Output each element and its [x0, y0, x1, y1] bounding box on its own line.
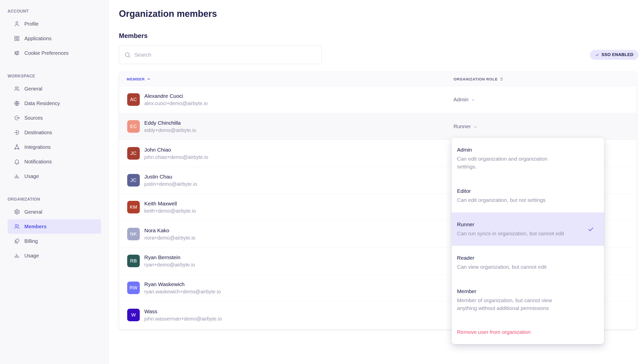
role-option-runner[interactable]: RunnerCan run syncs in organization, but…	[452, 212, 604, 246]
member-email: eddy+demo@airbyte.io	[144, 127, 196, 133]
sidebar-item-label: Usage	[24, 253, 39, 259]
chevron-down-icon	[473, 125, 477, 129]
role-option-editor[interactable]: EditorCan edit organization, but not set…	[452, 179, 604, 212]
sidebar-item-members[interactable]: Members	[8, 219, 101, 234]
member-identity: Eddy Chinchillaeddy+demo@airbyte.io	[144, 120, 196, 133]
member-identity: Ryan Bernsteinryan+demo@airbyte.io	[144, 254, 195, 268]
member-name: Keith Maxwell	[144, 200, 196, 207]
selected-check-icon	[587, 226, 594, 233]
member-name: Ryan Waskewich	[144, 281, 221, 287]
sidebar-item-label: Destinations	[24, 130, 52, 135]
avatar: RB	[127, 255, 140, 267]
sidebar-item-general[interactable]: General	[8, 205, 101, 219]
sliders-icon	[14, 50, 20, 56]
sidebar-item-usage[interactable]: Usage	[8, 248, 101, 263]
person-icon	[14, 21, 20, 27]
sidebar-section-label: WORKSPACE	[0, 73, 109, 79]
avatar: KM	[127, 201, 140, 213]
sidebar-item-label: Usage	[24, 173, 39, 179]
search-input[interactable]	[134, 52, 316, 58]
role-option-name: Admin	[457, 146, 598, 153]
sidebar-item-label: Integrations	[24, 144, 51, 150]
sidebar-item-label: Applications	[24, 36, 52, 41]
search-icon	[124, 52, 131, 58]
role-option-description: Can edit organization, but not settings	[457, 196, 565, 204]
sidebar-item-general[interactable]: General	[8, 81, 101, 96]
member-identity: Justin Chaujustin+demo@airbyte.io	[144, 173, 197, 187]
members-section-title: Members	[119, 32, 148, 40]
member-email: ryan+demo@airbyte.io	[144, 262, 195, 268]
avatar: W	[127, 309, 140, 321]
member-table-row: ACAlexandre Cuocialex.cuoci+demo@airbyte…	[119, 86, 636, 113]
role-select-value: Runner	[453, 123, 471, 129]
sidebar-section-label: ACCOUNT	[0, 9, 109, 14]
sidebar-item-usage[interactable]: Usage	[8, 169, 101, 184]
member-identity: Wassjohn.wasserman+demo@airbyte.io	[144, 308, 222, 322]
sidebar-section-label: ORGANIZATION	[0, 197, 109, 202]
sidebar-item-cookie-preferences[interactable]: Cookie Preferences	[8, 46, 101, 60]
sidebar-item-integrations[interactable]: Integrations	[8, 140, 101, 154]
gear-icon	[14, 209, 20, 215]
member-table-row: ECEddy Chinchillaeddy+demo@airbyte.ioRun…	[119, 113, 636, 140]
member-email: john.wasserman+demo@airbyte.io	[144, 316, 222, 322]
sso-enabled-badge: SSO ENABLED	[590, 50, 638, 60]
role-option-reader[interactable]: ReaderCan view organization, but cannot …	[452, 246, 604, 279]
sidebar-item-label: Cookie Preferences	[24, 50, 69, 56]
role-option-description: Can edit organization and organization s…	[457, 155, 565, 170]
member-name: Alexandre Cuoci	[144, 93, 208, 99]
coins-icon	[14, 238, 20, 244]
role-option-description: Can view organization, but cannot edit	[457, 263, 565, 271]
sidebar-item-destinations[interactable]: Destinations	[8, 125, 101, 140]
sidebar-item-profile[interactable]: Profile	[8, 17, 101, 31]
avatar: NK	[127, 228, 140, 240]
sidebar-item-label: Sources	[24, 115, 43, 121]
member-name: Nora Kako	[144, 227, 195, 234]
avatar: RW	[127, 282, 140, 294]
destination-icon	[14, 129, 20, 136]
avatar: JC	[127, 147, 140, 160]
sort-ascending-icon	[147, 77, 151, 81]
source-icon	[14, 115, 20, 121]
role-option-member[interactable]: MemberMember of organization, but cannot…	[452, 279, 604, 321]
bars-icon	[14, 252, 20, 259]
member-email: justin+demo@airbyte.io	[144, 181, 197, 187]
role-select[interactable]: Runner	[453, 123, 477, 129]
avatar: AC	[127, 93, 140, 106]
sidebar-item-applications[interactable]: Applications	[8, 31, 101, 46]
role-option-name: Member	[457, 288, 598, 295]
remove-user-from-organization-link[interactable]: Remove user from organization	[452, 321, 604, 344]
sso-badge-label: SSO ENABLED	[602, 52, 633, 57]
member-name: Justin Chau	[144, 173, 197, 180]
member-identity: Alexandre Cuocialex.cuoci+demo@airbyte.i…	[144, 93, 208, 106]
role-option-description: Member of organization, but cannot view …	[457, 296, 565, 312]
member-identity: John Chiaojohn.chiao+demo@airbyte.io	[144, 147, 208, 160]
bell-icon	[14, 158, 20, 165]
sidebar-item-notifications[interactable]: Notifications	[8, 154, 101, 169]
sidebar-item-label: Members	[24, 224, 47, 230]
role-select[interactable]: Admin	[453, 97, 475, 103]
sidebar-section-organization: ORGANIZATIONGeneralMembersBillingUsage	[0, 197, 109, 263]
members-toolbar: SSO ENABLED	[119, 46, 638, 64]
member-identity: Keith Maxwellkeith+demo@airbyte.io	[144, 200, 196, 214]
role-option-name: Editor	[457, 188, 598, 195]
member-identity: Ryan Waskewichryan.waskewich+demo@airbyt…	[144, 281, 221, 295]
grid-icon	[14, 35, 20, 42]
users-icon	[14, 85, 20, 92]
sidebar-item-billing[interactable]: Billing	[8, 234, 101, 248]
member-name: John Chiao	[144, 147, 208, 153]
member-name: Ryan Bernstein	[144, 254, 195, 260]
sidebar-item-data-residency[interactable]: Data Residency	[8, 96, 101, 111]
sidebar-item-sources[interactable]: Sources	[8, 111, 101, 125]
member-email: john.chiao+demo@airbyte.io	[144, 154, 208, 160]
role-select-value: Admin	[453, 97, 469, 103]
globe-icon	[14, 100, 20, 107]
member-email: ryan.waskewich+demo@airbyte.io	[144, 289, 221, 295]
column-header-member[interactable]: MEMBER	[127, 77, 151, 81]
column-header-organization-role[interactable]: ORGANIZATION ROLE	[453, 77, 504, 81]
sort-toggle-icon	[499, 77, 504, 81]
member-email: nora+demo@airbyte.io	[144, 235, 195, 241]
search-box[interactable]	[119, 46, 321, 64]
role-option-admin[interactable]: AdminCan edit organization and organizat…	[452, 138, 604, 179]
sidebar-section-workspace: WORKSPACEGeneralData ResidencySourcesDes…	[0, 73, 109, 184]
sidebar-item-label: General	[24, 86, 42, 92]
